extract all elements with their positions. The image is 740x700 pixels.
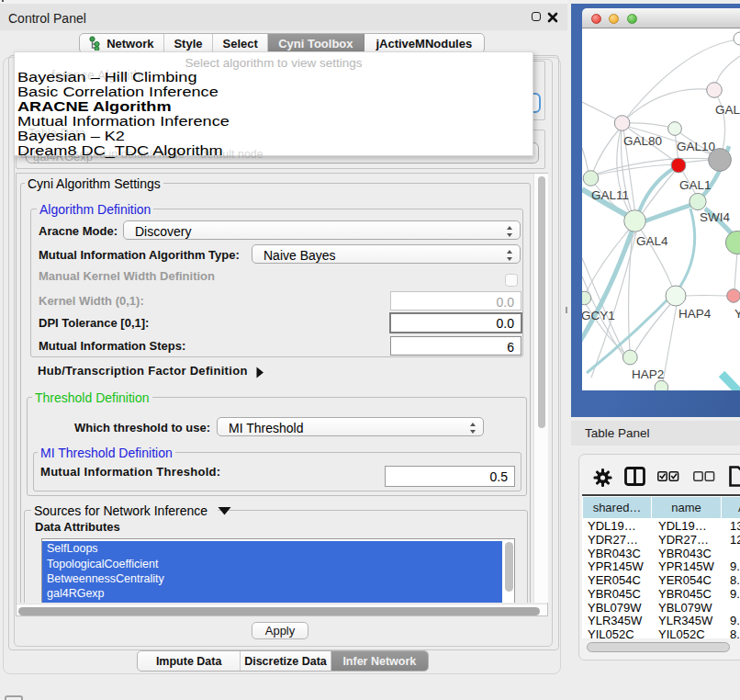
svg-text:GAL80: GAL80 bbox=[623, 134, 662, 148]
svg-text:GCY1: GCY1 bbox=[582, 309, 615, 322]
svg-text:HAP2: HAP2 bbox=[632, 367, 664, 381]
svg-text:GAL4: GAL4 bbox=[636, 234, 668, 248]
svg-text:GAL1: GAL1 bbox=[679, 178, 712, 192]
svg-text:GAL10: GAL10 bbox=[677, 140, 715, 153]
svg-text:GAL11: GAL11 bbox=[591, 188, 629, 202]
svg-text:GAL: GAL bbox=[715, 103, 740, 117]
svg-text:SWI4: SWI4 bbox=[700, 210, 730, 224]
svg-text:Y: Y bbox=[734, 307, 740, 321]
svg-text:HAP4: HAP4 bbox=[678, 307, 712, 321]
